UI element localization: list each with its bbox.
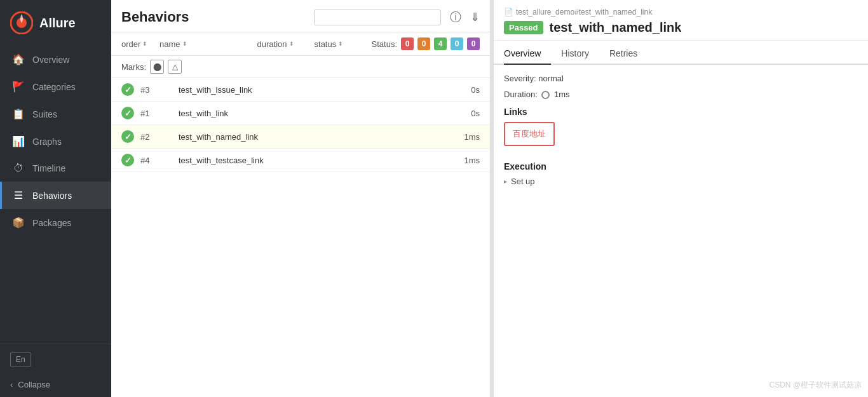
duration-label: Duration:: [504, 90, 538, 99]
col-status-label: status: [315, 39, 337, 49]
detail-tabs: OverviewHistoryRetries: [494, 43, 868, 65]
status-filter-row: Status: 00400: [372, 37, 480, 50]
sort-icon-status: ⬍: [338, 41, 343, 47]
status-badge-3[interactable]: 0: [451, 37, 463, 50]
setup-label: Set up: [511, 177, 535, 186]
execution-title: Execution: [504, 161, 858, 172]
sidebar-item-label-timeline: Timeline: [32, 163, 65, 173]
sidebar-item-label-categories: Categories: [32, 82, 76, 92]
sidebar: Allure 🏠Overview🚩Categories📋Suites📊Graph…: [0, 0, 111, 397]
test-name: test_with_named_link: [179, 132, 423, 142]
detail-panel: 📄 test_allure_demo#test_with_named_link …: [493, 0, 868, 397]
packages-icon: 📦: [12, 217, 25, 229]
test-status-icon: ✓: [121, 154, 140, 166]
test-name-title: test_with_named_link: [550, 20, 682, 35]
tab-history[interactable]: History: [561, 43, 599, 65]
duration-value: 1ms: [554, 90, 570, 99]
status-badge-1[interactable]: 0: [417, 37, 430, 50]
sidebar-item-graphs[interactable]: 📊Graphs: [0, 128, 111, 155]
sidebar-item-packages[interactable]: 📦Packages: [0, 209, 111, 236]
allure-logo-icon: [10, 11, 33, 34]
sidebar-item-overview[interactable]: 🏠Overview: [0, 46, 111, 73]
mark-button-circle[interactable]: ⬤: [150, 60, 164, 74]
collapse-button[interactable]: ‹ Collapse: [10, 380, 101, 389]
overview-icon: 🏠: [12, 53, 25, 65]
col-name-label: name: [159, 39, 180, 49]
search-input[interactable]: [314, 10, 441, 25]
breadcrumb-text: test_allure_demo#test_with_named_link: [516, 8, 652, 17]
link-item-baidu[interactable]: 百度地址: [513, 129, 546, 138]
col-status-header[interactable]: status ⬍: [315, 39, 372, 49]
breadcrumb-icon: 📄: [504, 8, 513, 17]
severity-value-text: normal: [538, 74, 564, 83]
sidebar-item-label-graphs: Graphs: [32, 137, 62, 147]
sidebar-item-behaviors[interactable]: ☰Behaviors: [0, 182, 111, 209]
breadcrumb: 📄 test_allure_demo#test_with_named_link: [504, 8, 858, 17]
table-row[interactable]: ✓ #1 test_with_link 0s: [111, 102, 490, 125]
sidebar-item-categories[interactable]: 🚩Categories: [0, 73, 111, 100]
test-status-icon: ✓: [121, 83, 140, 96]
severity-row: Severity: normal: [504, 74, 858, 83]
col-duration-header[interactable]: duration ⬍: [257, 39, 315, 49]
col-order-header[interactable]: order ⬍: [121, 39, 159, 49]
marks-row: Marks: ⬤ △: [111, 56, 490, 78]
behaviors-icon: ☰: [12, 189, 25, 201]
test-number: #2: [140, 132, 179, 142]
mark-button-triangle[interactable]: △: [168, 60, 182, 74]
duration-row: Duration: 1ms: [504, 90, 858, 99]
pass-icon: ✓: [121, 83, 134, 96]
duration-icon: [541, 91, 550, 99]
language-button[interactable]: En: [10, 352, 31, 367]
pass-icon: ✓: [121, 154, 134, 166]
test-status-icon: ✓: [121, 130, 140, 143]
tab-retries[interactable]: Retries: [609, 43, 648, 65]
links-box: 百度地址: [504, 122, 555, 146]
pass-icon: ✓: [121, 130, 134, 143]
page-title: Behaviors: [121, 9, 308, 25]
test-list: ✓ #3 test_with_issue_link 0s ✓ #1 test_w…: [111, 78, 490, 397]
table-row[interactable]: ✓ #2 test_with_named_link 1ms: [111, 125, 490, 149]
links-section-title: Links: [504, 107, 858, 117]
table-row[interactable]: ✓ #3 test_with_issue_link 0s: [111, 78, 490, 102]
sidebar-nav: 🏠Overview🚩Categories📋Suites📊Graphs⏱Timel…: [0, 46, 111, 344]
tab-overview[interactable]: Overview: [504, 43, 551, 65]
graphs-icon: 📊: [12, 135, 25, 147]
severity-label: Severity:: [504, 74, 536, 83]
status-badge-4[interactable]: 0: [467, 37, 480, 50]
sidebar-bottom: En ‹ Collapse: [0, 344, 111, 397]
setup-row[interactable]: ▸ Set up: [504, 177, 858, 186]
main-panel: Behaviors ⓘ ⇓ order ⬍ name ⬍ duration ⬍ …: [111, 0, 491, 397]
test-duration: 1ms: [423, 132, 480, 142]
test-duration: 0s: [423, 109, 480, 118]
timeline-icon: ⏱: [12, 163, 25, 174]
test-name: test_with_link: [179, 109, 423, 118]
sort-icon-order: ⬍: [142, 41, 147, 47]
table-row[interactable]: ✓ #4 test_with_testcase_link 1ms: [111, 149, 490, 172]
col-name-header[interactable]: name ⬍: [159, 39, 257, 49]
detail-title-row: Passed test_with_named_link: [504, 20, 858, 35]
sidebar-item-timeline[interactable]: ⏱Timeline: [0, 155, 111, 182]
suites-icon: 📋: [12, 108, 25, 120]
detail-header: 📄 test_allure_demo#test_with_named_link …: [494, 0, 868, 41]
info-icon[interactable]: ⓘ: [450, 10, 461, 25]
test-number: #1: [140, 109, 179, 118]
sidebar-item-suites[interactable]: 📋Suites: [0, 100, 111, 128]
sidebar-logo: Allure: [0, 0, 111, 46]
test-number: #4: [140, 156, 179, 165]
categories-icon: 🚩: [12, 81, 25, 93]
test-name: test_with_issue_link: [179, 85, 423, 95]
status-badge: Passed: [504, 21, 543, 34]
col-order-label: order: [121, 39, 140, 49]
sidebar-logo-text: Allure: [39, 16, 76, 30]
test-number: #3: [140, 85, 179, 95]
status-badge-0[interactable]: 0: [401, 37, 414, 50]
status-badge-2[interactable]: 4: [434, 37, 447, 50]
download-icon[interactable]: ⇓: [470, 10, 480, 24]
sidebar-item-label-packages: Packages: [32, 218, 71, 228]
sort-icon-name: ⬍: [182, 41, 187, 47]
detail-body: Severity: normal Duration: 1ms Links 百度地…: [494, 65, 868, 397]
main-header: Behaviors ⓘ ⇓: [111, 0, 490, 32]
sidebar-item-label-suites: Suites: [32, 109, 57, 119]
test-duration: 1ms: [423, 156, 480, 165]
chevron-right-icon: ▸: [504, 178, 507, 185]
